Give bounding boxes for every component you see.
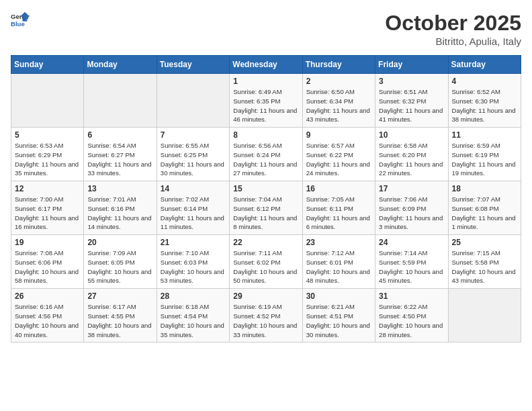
- calendar-day-cell: [84, 74, 157, 128]
- day-number: 11: [452, 130, 517, 140]
- day-info: Sunrise: 7:02 AMSunset: 6:14 PMDaylight:…: [161, 195, 226, 232]
- day-number: 25: [452, 238, 517, 247]
- weekday-header: Friday: [375, 56, 448, 74]
- day-number: 19: [15, 238, 80, 247]
- day-number: 5: [15, 130, 80, 140]
- calendar-day-cell: 30 Sunrise: 6:21 AMSunset: 4:51 PMDaylig…: [302, 289, 375, 342]
- day-info: Sunrise: 6:55 AMSunset: 6:25 PMDaylight:…: [161, 141, 226, 178]
- day-info: Sunrise: 6:22 AMSunset: 4:50 PMDaylight:…: [379, 302, 444, 339]
- logo-icon: General Blue: [11, 11, 30, 30]
- day-number: 27: [87, 291, 152, 301]
- day-info: Sunrise: 6:51 AMSunset: 6:32 PMDaylight:…: [379, 87, 444, 124]
- calendar-day-cell: 15 Sunrise: 7:04 AMSunset: 6:12 PMDaylig…: [230, 181, 302, 235]
- day-number: 14: [161, 184, 226, 193]
- day-number: 3: [379, 77, 444, 86]
- calendar-day-cell: 23 Sunrise: 7:12 AMSunset: 6:01 PMDaylig…: [302, 235, 375, 289]
- weekday-header: Monday: [84, 56, 157, 74]
- day-info: Sunrise: 7:11 AMSunset: 6:02 PMDaylight:…: [233, 248, 298, 285]
- calendar-day-cell: 20 Sunrise: 7:09 AMSunset: 6:05 PMDaylig…: [84, 235, 157, 289]
- day-info: Sunrise: 6:17 AMSunset: 4:55 PMDaylight:…: [87, 302, 152, 339]
- calendar-day-cell: 6 Sunrise: 6:54 AMSunset: 6:27 PMDayligh…: [84, 128, 157, 181]
- day-number: 22: [233, 238, 298, 247]
- month-title: October 2025: [385, 11, 521, 36]
- day-number: 18: [452, 184, 517, 193]
- calendar-day-cell: 22 Sunrise: 7:11 AMSunset: 6:02 PMDaylig…: [230, 235, 302, 289]
- day-info: Sunrise: 7:15 AMSunset: 5:58 PMDaylight:…: [452, 248, 517, 285]
- day-number: 7: [161, 130, 226, 140]
- day-number: 10: [379, 130, 444, 140]
- day-info: Sunrise: 6:16 AMSunset: 4:56 PMDaylight:…: [15, 302, 80, 339]
- calendar-day-cell: 28 Sunrise: 6:18 AMSunset: 4:54 PMDaylig…: [157, 289, 229, 342]
- day-number: 29: [233, 291, 298, 301]
- calendar-day-cell: 1 Sunrise: 6:49 AMSunset: 6:35 PMDayligh…: [230, 74, 302, 128]
- day-number: 26: [15, 291, 80, 301]
- day-info: Sunrise: 6:21 AMSunset: 4:51 PMDaylight:…: [306, 302, 371, 339]
- day-info: Sunrise: 7:10 AMSunset: 6:03 PMDaylight:…: [161, 248, 226, 285]
- day-info: Sunrise: 6:52 AMSunset: 6:30 PMDaylight:…: [452, 87, 517, 124]
- day-number: 23: [306, 238, 371, 247]
- day-number: 28: [161, 291, 226, 301]
- weekday-header: Thursday: [302, 56, 375, 74]
- day-info: Sunrise: 6:18 AMSunset: 4:54 PMDaylight:…: [161, 302, 226, 339]
- calendar-day-cell: 16 Sunrise: 7:05 AMSunset: 6:11 PMDaylig…: [302, 181, 375, 235]
- day-number: 15: [233, 184, 298, 193]
- calendar-table: SundayMondayTuesdayWednesdayThursdayFrid…: [11, 55, 521, 342]
- day-number: 13: [87, 184, 152, 193]
- calendar-day-cell: [157, 74, 229, 128]
- day-number: 1: [233, 77, 298, 86]
- calendar-day-cell: 17 Sunrise: 7:06 AMSunset: 6:09 PMDaylig…: [375, 181, 448, 235]
- calendar-day-cell: 21 Sunrise: 7:10 AMSunset: 6:03 PMDaylig…: [157, 235, 229, 289]
- day-number: 16: [306, 184, 371, 193]
- day-info: Sunrise: 6:57 AMSunset: 6:22 PMDaylight:…: [306, 141, 371, 178]
- calendar-day-cell: 9 Sunrise: 6:57 AMSunset: 6:22 PMDayligh…: [302, 128, 375, 181]
- calendar-week-row: 26 Sunrise: 6:16 AMSunset: 4:56 PMDaylig…: [11, 289, 521, 342]
- day-info: Sunrise: 7:04 AMSunset: 6:12 PMDaylight:…: [233, 195, 298, 232]
- day-number: 6: [87, 130, 152, 140]
- calendar-day-cell: [11, 74, 84, 128]
- calendar-day-cell: 31 Sunrise: 6:22 AMSunset: 4:50 PMDaylig…: [375, 289, 448, 342]
- day-info: Sunrise: 7:12 AMSunset: 6:01 PMDaylight:…: [306, 248, 371, 285]
- day-info: Sunrise: 7:05 AMSunset: 6:11 PMDaylight:…: [306, 195, 371, 232]
- day-number: 31: [379, 291, 444, 301]
- day-number: 9: [306, 130, 371, 140]
- calendar-week-row: 19 Sunrise: 7:08 AMSunset: 6:06 PMDaylig…: [11, 235, 521, 289]
- calendar-day-cell: 8 Sunrise: 6:56 AMSunset: 6:24 PMDayligh…: [230, 128, 302, 181]
- calendar-day-cell: 11 Sunrise: 6:59 AMSunset: 6:19 PMDaylig…: [448, 128, 521, 181]
- logo: General Blue: [11, 11, 30, 30]
- day-info: Sunrise: 7:08 AMSunset: 6:06 PMDaylight:…: [15, 248, 80, 285]
- title-block: October 2025 Bitritto, Apulia, Italy: [385, 11, 521, 47]
- calendar-week-row: 5 Sunrise: 6:53 AMSunset: 6:29 PMDayligh…: [11, 128, 521, 181]
- calendar-day-cell: [448, 289, 521, 342]
- calendar-day-cell: 27 Sunrise: 6:17 AMSunset: 4:55 PMDaylig…: [84, 289, 157, 342]
- day-info: Sunrise: 6:59 AMSunset: 6:19 PMDaylight:…: [452, 141, 517, 178]
- location-subtitle: Bitritto, Apulia, Italy: [385, 36, 521, 47]
- day-number: 4: [452, 77, 517, 86]
- calendar-day-cell: 12 Sunrise: 7:00 AMSunset: 6:17 PMDaylig…: [11, 181, 84, 235]
- weekday-header: Tuesday: [157, 56, 229, 74]
- day-number: 20: [87, 238, 152, 247]
- day-number: 24: [379, 238, 444, 247]
- day-number: 12: [15, 184, 80, 193]
- calendar-day-cell: 26 Sunrise: 6:16 AMSunset: 4:56 PMDaylig…: [11, 289, 84, 342]
- calendar-day-cell: 19 Sunrise: 7:08 AMSunset: 6:06 PMDaylig…: [11, 235, 84, 289]
- page-header: General Blue October 2025 Bitritto, Apul…: [11, 11, 521, 47]
- weekday-header: Wednesday: [230, 56, 302, 74]
- day-info: Sunrise: 7:09 AMSunset: 6:05 PMDaylight:…: [87, 248, 152, 285]
- calendar-day-cell: 10 Sunrise: 6:58 AMSunset: 6:20 PMDaylig…: [375, 128, 448, 181]
- day-info: Sunrise: 7:07 AMSunset: 6:08 PMDaylight:…: [452, 195, 517, 232]
- day-info: Sunrise: 6:58 AMSunset: 6:20 PMDaylight:…: [379, 141, 444, 178]
- calendar-day-cell: 7 Sunrise: 6:55 AMSunset: 6:25 PMDayligh…: [157, 128, 229, 181]
- day-number: 2: [306, 77, 371, 86]
- calendar-day-cell: 2 Sunrise: 6:50 AMSunset: 6:34 PMDayligh…: [302, 74, 375, 128]
- calendar-day-cell: 25 Sunrise: 7:15 AMSunset: 5:58 PMDaylig…: [448, 235, 521, 289]
- calendar-day-cell: 5 Sunrise: 6:53 AMSunset: 6:29 PMDayligh…: [11, 128, 84, 181]
- weekday-header: Sunday: [11, 56, 84, 74]
- day-number: 21: [161, 238, 226, 247]
- calendar-day-cell: 3 Sunrise: 6:51 AMSunset: 6:32 PMDayligh…: [375, 74, 448, 128]
- calendar-day-cell: 29 Sunrise: 6:19 AMSunset: 4:52 PMDaylig…: [230, 289, 302, 342]
- day-info: Sunrise: 6:53 AMSunset: 6:29 PMDaylight:…: [15, 141, 80, 178]
- day-info: Sunrise: 7:01 AMSunset: 6:16 PMDaylight:…: [87, 195, 152, 232]
- day-info: Sunrise: 7:00 AMSunset: 6:17 PMDaylight:…: [15, 195, 80, 232]
- weekday-header: Saturday: [448, 56, 521, 74]
- day-number: 17: [379, 184, 444, 193]
